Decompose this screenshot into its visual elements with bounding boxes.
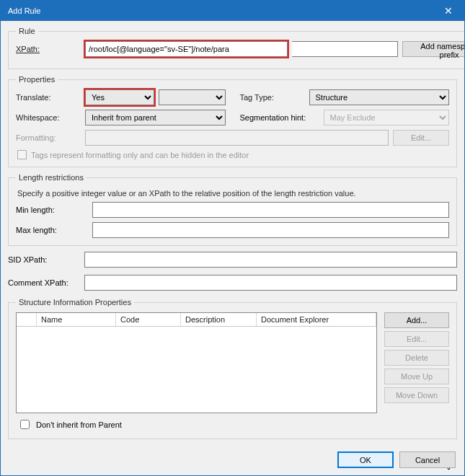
formatting-edit-button: Edit... xyxy=(393,130,449,146)
window-title: Add Rule xyxy=(8,6,40,15)
segmentation-label: Segmentation hint: xyxy=(240,113,319,122)
min-length-input[interactable] xyxy=(92,202,449,218)
formatting-hint-row: Tags represent formatting only and can b… xyxy=(17,150,449,159)
table-header: Name Code Description Document Explorer xyxy=(17,313,376,327)
xpath-input[interactable] xyxy=(85,41,288,57)
segmentation-select: May Exclude xyxy=(324,110,450,125)
close-icon[interactable]: ✕ xyxy=(433,1,464,21)
structure-edit-button: Edit... xyxy=(384,331,449,347)
sid-xpath-input[interactable] xyxy=(84,252,457,268)
rule-group: Rule XPath: Add namespace prefix xyxy=(8,27,464,69)
translate-sub-select[interactable] xyxy=(159,89,226,105)
structure-table[interactable]: Name Code Description Document Explorer xyxy=(16,312,377,413)
comment-xpath-input[interactable] xyxy=(84,275,457,291)
table-col-blank xyxy=(17,313,37,326)
table-col-name: Name xyxy=(37,313,116,326)
formatting-hint-text: Tags represent formatting only and can b… xyxy=(31,151,249,159)
translate-label: Translate: xyxy=(16,93,81,102)
tagtype-select[interactable]: Structure xyxy=(309,89,450,105)
max-length-label: Max length: xyxy=(16,226,88,234)
titlebar: Add Rule ✕ xyxy=(1,1,464,21)
properties-legend: Properties xyxy=(16,75,58,84)
structure-delete-button: Delete xyxy=(384,350,449,366)
table-col-code: Code xyxy=(116,313,181,326)
formatting-input xyxy=(85,130,389,146)
max-length-input[interactable] xyxy=(92,222,449,238)
min-length-label: Min length: xyxy=(16,206,88,214)
add-rule-dialog: Add Rule ✕ Rule XPath: Add namespace pre… xyxy=(0,0,465,476)
rule-legend: Rule xyxy=(16,27,38,35)
xpath-label: XPath: xyxy=(16,45,81,53)
dialog-content: Rule XPath: Add namespace prefix Propert… xyxy=(1,21,464,444)
structure-group: Structure Information Properties Name Co… xyxy=(8,298,457,439)
length-legend: Length restrictions xyxy=(16,173,87,182)
cancel-button[interactable]: Cancel xyxy=(399,451,456,468)
xpath-input-extension[interactable] xyxy=(292,41,398,57)
structure-movedown-button: Move Down xyxy=(384,387,449,403)
structure-legend: Structure Information Properties xyxy=(16,298,134,307)
length-group: Length restrictions Specify a positive i… xyxy=(8,173,457,246)
formatting-only-checkbox xyxy=(17,150,27,159)
properties-group: Properties Translate: Yes Whitespace: In… xyxy=(8,75,457,167)
inherit-checkbox[interactable] xyxy=(20,420,30,429)
length-description: Specify a positive integer value or an X… xyxy=(17,189,449,198)
tagtype-label: Tag Type: xyxy=(240,93,305,102)
structure-moveup-button: Move Up xyxy=(384,369,449,384)
inherit-label: Don't inherit from Parent xyxy=(36,420,122,429)
whitespace-select[interactable]: Inherit from parent xyxy=(85,110,226,125)
comment-xpath-label: Comment XPath: xyxy=(8,278,80,287)
table-col-docexp: Document Explorer xyxy=(257,313,376,326)
translate-select[interactable]: Yes xyxy=(85,89,154,105)
dialog-footer: OK Cancel xyxy=(1,444,464,475)
formatting-label: Formatting: xyxy=(16,133,81,142)
table-col-desc: Description xyxy=(181,313,257,326)
structure-add-button[interactable]: Add... xyxy=(384,312,449,328)
sid-xpath-label: SID XPath: xyxy=(8,255,80,264)
ok-button[interactable]: OK xyxy=(337,451,394,468)
whitespace-label: Whitespace: xyxy=(16,113,81,122)
add-namespace-button[interactable]: Add namespace prefix xyxy=(402,41,464,57)
